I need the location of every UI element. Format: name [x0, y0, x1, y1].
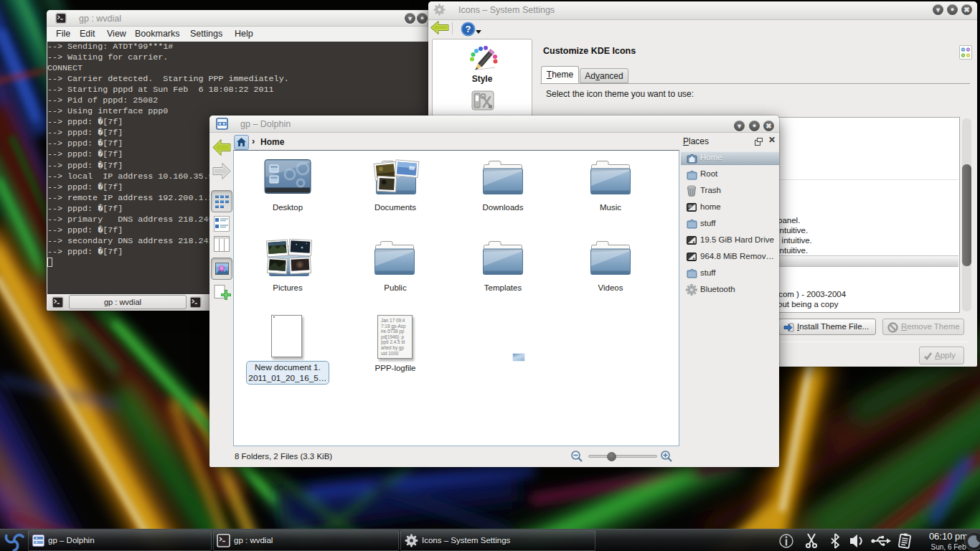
svg-text:88: 88 — [409, 165, 415, 171]
svg-text:?: ? — [466, 24, 471, 34]
